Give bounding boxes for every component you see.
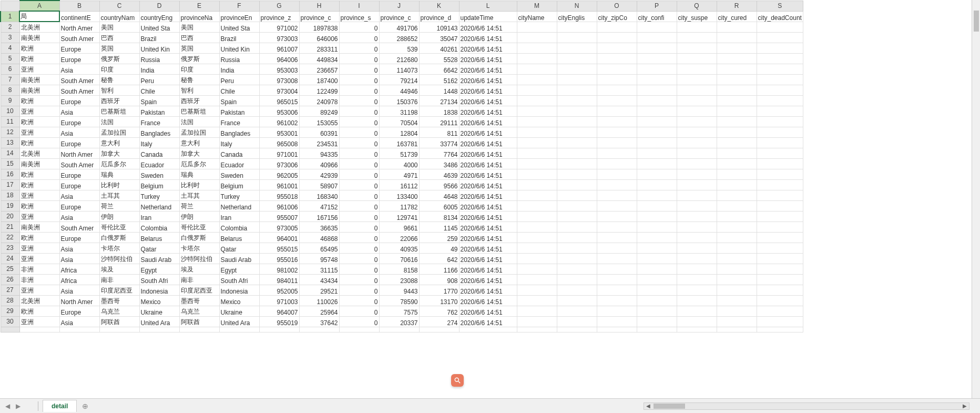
cell-11-R[interactable] — [717, 116, 757, 127]
cell-19-A[interactable]: 欧洲 — [19, 200, 59, 211]
cell-3-F[interactable]: Brazil — [219, 32, 259, 43]
cell-10-C[interactable]: 巴基斯坦 — [99, 106, 139, 116]
scroll-right-icon[interactable]: ▶ — [961, 403, 969, 409]
cell-19-G[interactable]: 961006 — [259, 200, 299, 211]
col-header-K[interactable]: K — [419, 1, 459, 11]
cell-20-N[interactable] — [557, 211, 597, 221]
cell-19-N[interactable] — [557, 200, 597, 211]
horizontal-scrollbar[interactable]: ◀ ▶ — [644, 402, 969, 410]
cell-12-P[interactable] — [637, 127, 677, 137]
cell-1-I[interactable]: province_s — [339, 11, 379, 22]
cell-6-L[interactable]: 2020/6/6 14:51 — [459, 64, 517, 74]
cell-16-G[interactable]: 962005 — [259, 169, 299, 179]
cell-8-K[interactable]: 1448 — [419, 85, 459, 95]
row-header-1[interactable]: 1 — [1, 11, 19, 22]
cell-30-K[interactable]: 274 — [419, 316, 459, 327]
cell-15-O[interactable] — [597, 158, 637, 169]
cell-23-E[interactable]: 卡塔尔 — [179, 243, 219, 253]
cell-19-P[interactable] — [637, 200, 677, 211]
select-all-corner[interactable] — [1, 1, 19, 11]
cell-18-O[interactable] — [597, 190, 637, 200]
cell-14-P[interactable] — [637, 148, 677, 158]
cell-28-I[interactable]: 0 — [339, 295, 379, 306]
cell-24-Q[interactable] — [677, 253, 717, 264]
row-header-12[interactable]: 12 — [1, 127, 19, 137]
cell-9-S[interactable] — [757, 95, 803, 106]
cell-23-H[interactable]: 65495 — [299, 243, 339, 253]
cell-23-N[interactable] — [557, 243, 597, 253]
cell-12-I[interactable]: 0 — [339, 127, 379, 137]
cell-28-F[interactable]: Mexico — [219, 295, 259, 306]
cell-21-C[interactable]: 哥伦比亚 — [99, 221, 139, 232]
cell-1-Q[interactable]: city_suspe — [677, 11, 717, 22]
col-header-P[interactable]: P — [637, 1, 677, 11]
cell-15-F[interactable]: Ecuador — [219, 158, 259, 169]
cell-19-C[interactable]: 荷兰 — [99, 200, 139, 211]
cell-19-R[interactable] — [717, 200, 757, 211]
row-header-17[interactable]: 17 — [1, 179, 19, 190]
cell-27-S[interactable] — [757, 285, 803, 295]
cell-27-A[interactable]: 亚洲 — [19, 285, 59, 295]
spreadsheet-grid[interactable]: ABCDEFGHIJKLMNOPQRS1局continentEcountryNa… — [0, 0, 980, 398]
cell-22-M[interactable] — [517, 232, 557, 243]
cell-24-K[interactable]: 642 — [419, 253, 459, 264]
row-header-18[interactable]: 18 — [1, 190, 19, 200]
cell-22-C[interactable]: 白俄罗斯 — [99, 232, 139, 243]
cell-16-R[interactable] — [717, 169, 757, 179]
cell-9-A[interactable]: 欧洲 — [19, 95, 59, 106]
cell-14-D[interactable]: Canada — [139, 148, 179, 158]
cell-25-G[interactable]: 981002 — [259, 264, 299, 274]
cell-4-S[interactable] — [757, 43, 803, 53]
cell-16-L[interactable]: 2020/6/6 14:51 — [459, 169, 517, 179]
cell-21-B[interactable]: South Amer — [59, 221, 99, 232]
cell-13-D[interactable]: Italy — [139, 137, 179, 148]
cell-23-C[interactable]: 卡塔尔 — [99, 243, 139, 253]
cell-16-P[interactable] — [637, 169, 677, 179]
cell-21-H[interactable]: 36635 — [299, 221, 339, 232]
cell-20-S[interactable] — [757, 211, 803, 221]
cell-2-O[interactable] — [597, 22, 637, 32]
cell-20-K[interactable]: 8134 — [419, 211, 459, 221]
cell-10-K[interactable]: 1838 — [419, 106, 459, 116]
cell-22-N[interactable] — [557, 232, 597, 243]
cell-15-C[interactable]: 厄瓜多尔 — [99, 158, 139, 169]
cell-10-F[interactable]: Pakistan — [219, 106, 259, 116]
cell-20-A[interactable]: 亚洲 — [19, 211, 59, 221]
cell-8-S[interactable] — [757, 85, 803, 95]
cell-14-I[interactable]: 0 — [339, 148, 379, 158]
cell-2-B[interactable]: North Amer — [59, 22, 99, 32]
row-header-3[interactable]: 3 — [1, 32, 19, 43]
cell-3-O[interactable] — [597, 32, 637, 43]
cell-6-K[interactable]: 6642 — [419, 64, 459, 74]
cell-6-Q[interactable] — [677, 64, 717, 74]
cell-26-F[interactable]: South Afri — [219, 274, 259, 285]
cell-3-Q[interactable] — [677, 32, 717, 43]
cell-25-O[interactable] — [597, 264, 637, 274]
cell-25-N[interactable] — [557, 264, 597, 274]
cell-14-M[interactable] — [517, 148, 557, 158]
cell-30-S[interactable] — [757, 316, 803, 327]
cell-22-P[interactable] — [637, 232, 677, 243]
cell-14-S[interactable] — [757, 148, 803, 158]
col-header-J[interactable]: J — [379, 1, 419, 11]
cell-13-N[interactable] — [557, 137, 597, 148]
cell-22-G[interactable]: 964001 — [259, 232, 299, 243]
cell-21-I[interactable]: 0 — [339, 221, 379, 232]
cell-2-C[interactable]: 美国 — [99, 22, 139, 32]
cell-21-O[interactable] — [597, 221, 637, 232]
cell-3-P[interactable] — [637, 32, 677, 43]
cell-7-E[interactable]: 秘鲁 — [179, 74, 219, 85]
cell-27-F[interactable]: Indonesia — [219, 285, 259, 295]
cell-9-E[interactable]: 西班牙 — [179, 95, 219, 106]
cell-8-B[interactable]: South Amer — [59, 85, 99, 95]
cell-9-F[interactable]: Spain — [219, 95, 259, 106]
cell-19-I[interactable]: 0 — [339, 200, 379, 211]
cell-16-N[interactable] — [557, 169, 597, 179]
cell-12-M[interactable] — [517, 127, 557, 137]
cell-19-F[interactable]: Netherland — [219, 200, 259, 211]
cell-9-R[interactable] — [717, 95, 757, 106]
cell-3-H[interactable]: 646006 — [299, 32, 339, 43]
cell-20-B[interactable]: Asia — [59, 211, 99, 221]
cell-15-N[interactable] — [557, 158, 597, 169]
cell-25-M[interactable] — [517, 264, 557, 274]
